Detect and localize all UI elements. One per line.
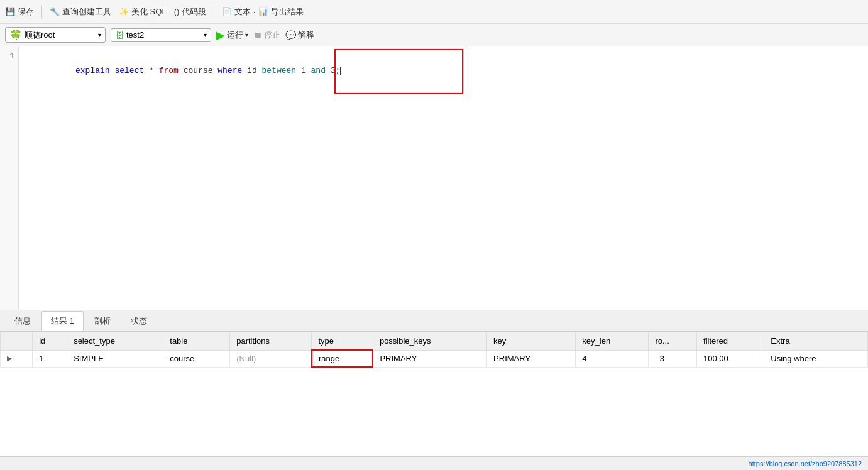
export-label: 导出结果	[271, 6, 304, 18]
keyword-explain: explain	[75, 66, 110, 75]
text-label: 文本	[234, 6, 251, 18]
col-header-select-type[interactable]: select_type	[67, 332, 163, 351]
code-icon: () 代码段	[174, 6, 206, 18]
tab-info[interactable]: 信息	[5, 311, 40, 331]
cell-type: range	[312, 350, 373, 367]
col-header-filtered[interactable]: filtered	[697, 332, 764, 351]
cell-table: course	[163, 350, 230, 367]
database-selector[interactable]: 🗄 test2 ▾	[111, 28, 211, 42]
query-tool-label: 查询创建工具	[62, 6, 111, 18]
database-name: test2	[126, 30, 144, 40]
col-header-type[interactable]: type	[312, 332, 373, 351]
cell-key: PRIMARY	[487, 350, 576, 367]
connection-name: 顺德root	[25, 30, 55, 41]
bottom-section: 信息 结果 1 剖析 状态 id select_type table	[0, 310, 868, 470]
text-button[interactable]: 📄 文本 · 📊 导出结果	[222, 6, 304, 18]
text-icon: 📄	[222, 7, 232, 16]
cell-id: 1	[33, 350, 67, 367]
col-header-indicator	[1, 332, 33, 351]
line-numbers: 1	[0, 46, 19, 310]
save-icon: 💾	[5, 7, 15, 16]
stop-button[interactable]: ⏹ 停止	[253, 30, 280, 41]
stop-label: 停止	[264, 30, 280, 41]
results-table: id select_type table partitions type pos…	[0, 332, 868, 368]
connection-icon: 🍀	[9, 29, 22, 41]
cell-possible-keys: PRIMARY	[373, 350, 486, 367]
status-url: https://blog.csdn.net/zho9207885312	[749, 460, 862, 467]
keyword-between: between	[262, 66, 297, 75]
col-header-id[interactable]: id	[33, 332, 67, 351]
toolbar-separator-1	[41, 6, 42, 18]
status-bar: https://blog.csdn.net/zho9207885312	[0, 456, 868, 470]
tab-analysis-label: 剖析	[94, 316, 111, 325]
keyword-from: from	[159, 66, 179, 75]
tab-analysis[interactable]: 剖析	[85, 311, 120, 331]
code-area[interactable]: explain select * from course where id be…	[19, 46, 868, 310]
query-tool-icon: 🔧	[50, 7, 60, 16]
database-icon: 🗄	[115, 30, 124, 40]
row-indicator: ▶	[1, 350, 33, 367]
connection-selector[interactable]: 🍀 顺德root ▾	[5, 27, 106, 43]
table-header-row: id select_type table partitions type pos…	[1, 332, 868, 351]
run-button[interactable]: ▶ 运行 ▾	[216, 28, 248, 42]
stop-icon: ⏹	[253, 30, 262, 40]
query-tool-button[interactable]: 🔧 查询创建工具	[50, 6, 111, 18]
col-header-key[interactable]: key	[487, 332, 576, 351]
tab-result1-label: 结果 1	[51, 316, 74, 325]
explain-label: 解释	[298, 30, 314, 41]
tab-status[interactable]: 状态	[121, 311, 157, 331]
tab-info-label: 信息	[14, 316, 31, 325]
results-area: id select_type table partitions type pos…	[0, 332, 868, 470]
toolbar-separator-2	[214, 6, 214, 18]
tab-result1[interactable]: 结果 1	[41, 311, 84, 331]
col-header-extra[interactable]: Extra	[764, 332, 868, 351]
cell-key-len: 4	[576, 350, 649, 367]
keyword-select: select	[114, 66, 144, 75]
explain-icon: 💬	[285, 30, 296, 40]
line-number-1: 1	[4, 52, 14, 61]
tab-status-label: 状态	[131, 316, 147, 325]
main-toolbar: 💾 保存 🔧 查询创建工具 ✨ 美化 SQL () 代码段 📄 文本 · 📊 导…	[0, 0, 868, 24]
col-header-key-len[interactable]: key_len	[576, 332, 649, 351]
connection-bar: 🍀 顺德root ▾ 🗄 test2 ▾ ▶ 运行 ▾ ⏹ 停止 💬 解释	[0, 24, 868, 46]
table-row: ▶ 1 SIMPLE course (Null) range PRIMARY P…	[1, 350, 868, 367]
col-header-table[interactable]: table	[163, 332, 230, 351]
cell-filtered: 100.00	[697, 350, 764, 367]
main-content: 1 explain select * from course where id …	[0, 46, 868, 470]
export-icon: 📊	[258, 7, 268, 16]
cell-extra: Using where	[764, 350, 868, 367]
col-header-rows[interactable]: ro...	[649, 332, 697, 351]
code-line-1: explain select * from course where id be…	[26, 52, 860, 90]
cell-partitions: (Null)	[230, 350, 312, 367]
save-button[interactable]: 💾 保存	[5, 6, 34, 18]
keyword-and: and	[311, 66, 326, 75]
result-tabs: 信息 结果 1 剖析 状态	[0, 310, 868, 332]
col-header-possible-keys[interactable]: possible_keys	[373, 332, 486, 351]
code-snippet-button[interactable]: () 代码段	[174, 6, 206, 18]
explain-button[interactable]: 💬 解释	[285, 30, 314, 41]
beautify-label: 美化 SQL	[131, 6, 167, 18]
cell-rows: 3	[649, 350, 697, 367]
run-icon: ▶	[216, 28, 225, 42]
col-header-partitions[interactable]: partitions	[230, 332, 312, 351]
keyword-where: where	[217, 66, 242, 75]
save-label: 保存	[18, 6, 34, 18]
database-dropdown-arrow: ▾	[204, 31, 207, 38]
text-cursor	[340, 67, 341, 75]
run-dropdown-arrow: ▾	[245, 31, 248, 38]
run-label: 运行	[227, 30, 243, 41]
sql-editor[interactable]: 1 explain select * from course where id …	[0, 46, 868, 310]
beautify-icon: ✨	[119, 7, 129, 16]
cell-select-type: SIMPLE	[67, 350, 163, 367]
connection-dropdown-arrow: ▾	[98, 31, 101, 38]
dot-separator: ·	[253, 7, 256, 16]
beautify-sql-button[interactable]: ✨ 美化 SQL	[119, 6, 167, 18]
